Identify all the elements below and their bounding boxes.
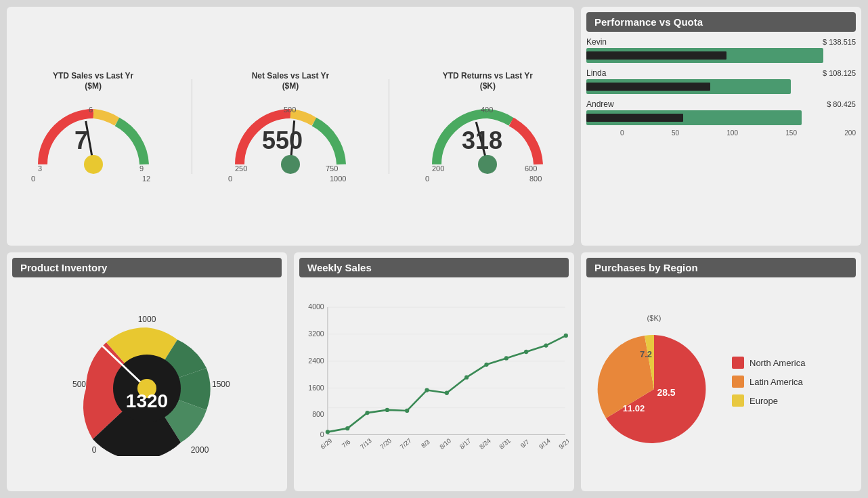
perf-axis-0: 0 xyxy=(620,129,624,137)
svg-text:8/17: 8/17 xyxy=(458,436,472,450)
perf-axis-50: 50 xyxy=(672,129,679,137)
legend-label-europe: Europe xyxy=(750,396,778,406)
svg-text:400: 400 xyxy=(481,106,493,114)
svg-text:7: 7 xyxy=(74,127,88,154)
svg-text:800: 800 xyxy=(529,175,542,181)
perf-bars-kevin xyxy=(586,48,856,63)
ytd-returns-gauge: YTD Returns vs Last Yr($K) 200 600 400 0… xyxy=(420,71,555,181)
legend-europe: Europe xyxy=(732,394,856,407)
legend-color-europe xyxy=(732,394,744,407)
svg-text:1320: 1320 xyxy=(126,390,168,411)
inventory-title: Product Inventory xyxy=(12,258,282,277)
legend-label-north-america: North America xyxy=(750,358,805,368)
svg-text:7/6: 7/6 xyxy=(340,438,351,449)
legend-north-america: North America xyxy=(732,357,856,369)
svg-text:8/3: 8/3 xyxy=(420,438,431,449)
perf-row-linda: Linda $ 108.125 xyxy=(586,68,856,94)
weekly-sales-svg: 4000 3200 2400 1600 800 0 xyxy=(299,283,569,480)
svg-text:2000: 2000 xyxy=(191,445,209,455)
svg-text:6: 6 xyxy=(89,106,93,114)
svg-text:9/7: 9/7 xyxy=(519,438,530,449)
performance-title: Performance vs Quota xyxy=(586,12,856,32)
svg-text:9: 9 xyxy=(139,164,144,173)
svg-text:8/31: 8/31 xyxy=(498,436,512,450)
perf-bars-andrew xyxy=(586,110,856,125)
net-sales-svg: 250 750 500 0 1000 550 xyxy=(223,93,358,181)
purchases-title: Purchases by Region xyxy=(586,258,856,277)
svg-text:0: 0 xyxy=(228,175,232,181)
purchases-card: Purchases by Region ($K) xyxy=(581,252,861,491)
svg-point-17 xyxy=(478,155,497,174)
svg-text:800: 800 xyxy=(312,411,324,418)
svg-point-46 xyxy=(326,430,330,434)
perf-bar-actual-linda xyxy=(586,83,710,91)
svg-text:550: 550 xyxy=(262,127,303,154)
inventory-card: Product Inventory xyxy=(7,252,287,491)
svg-text:7/20: 7/20 xyxy=(378,436,393,450)
weekly-sales-title: Weekly Sales xyxy=(299,258,569,277)
perf-row-andrew: Andrew $ 80.425 xyxy=(586,99,856,125)
weekly-sales-card: Weekly Sales 4000 3200 2400 1600 800 0 xyxy=(294,252,574,491)
svg-text:9/14: 9/14 xyxy=(538,436,552,450)
ytd-sales-title: YTD Sales vs Last Yr($M) xyxy=(53,71,133,91)
perf-axis-150: 150 xyxy=(785,129,797,137)
svg-text:11.02: 11.02 xyxy=(623,403,645,413)
purchases-content: ($K) 28.5 11.02 7.2 xyxy=(586,283,856,480)
perf-amount-linda: $ 108.125 xyxy=(823,69,856,77)
svg-point-55 xyxy=(504,356,508,360)
svg-text:3200: 3200 xyxy=(308,330,324,338)
svg-point-54 xyxy=(484,363,488,367)
svg-text:6/29: 6/29 xyxy=(319,436,333,450)
purchases-legend: North America Latin America Europe xyxy=(722,357,856,407)
perf-bar-actual-andrew xyxy=(586,114,683,122)
svg-text:750: 750 xyxy=(326,164,338,173)
svg-point-48 xyxy=(365,411,369,415)
svg-text:1500: 1500 xyxy=(212,380,230,389)
svg-text:1600: 1600 xyxy=(308,384,324,392)
svg-text:7/13: 7/13 xyxy=(359,436,373,450)
svg-text:4000: 4000 xyxy=(308,303,324,311)
svg-text:318: 318 xyxy=(462,127,502,154)
perf-amount-kevin: $ 138.515 xyxy=(823,38,856,46)
svg-point-1 xyxy=(84,155,103,174)
net-sales-gauge: Net Sales vs Last Yr($M) 250 750 500 0 1… xyxy=(223,71,358,181)
svg-text:200: 200 xyxy=(432,164,444,173)
perf-name-andrew: Andrew xyxy=(586,99,620,109)
svg-text:0: 0 xyxy=(425,175,429,181)
svg-text:0: 0 xyxy=(92,445,97,455)
svg-point-57 xyxy=(544,343,548,347)
svg-text:8/24: 8/24 xyxy=(478,436,492,450)
legend-color-latin-america xyxy=(732,376,744,388)
perf-name-kevin: Kevin xyxy=(586,37,620,47)
perf-bar-actual-kevin xyxy=(586,51,726,60)
perf-axis: 0 50 100 150 200 xyxy=(586,129,856,137)
svg-text:500: 500 xyxy=(284,106,296,114)
pie-chart-container: ($K) 28.5 11.02 7.2 xyxy=(586,314,722,449)
divider2 xyxy=(389,79,389,174)
perf-axis-200: 200 xyxy=(844,129,856,137)
ytd-sales-svg: 3 9 6 0 12 7 xyxy=(26,93,161,181)
weekly-sales-content: 4000 3200 2400 1600 800 0 xyxy=(299,283,569,480)
svg-text:1000: 1000 xyxy=(330,175,346,181)
svg-text:8/10: 8/10 xyxy=(438,436,452,450)
svg-text:250: 250 xyxy=(235,164,247,173)
svg-point-56 xyxy=(524,350,528,354)
dashboard: YTD Sales vs Last Yr($M) 3 9 6 0 12 xyxy=(7,7,861,491)
svg-text:500: 500 xyxy=(72,380,86,389)
svg-point-58 xyxy=(564,334,568,338)
ytd-returns-svg: 200 600 400 0 800 318 xyxy=(420,93,555,181)
svg-text:7.2: 7.2 xyxy=(640,349,652,359)
svg-text:2400: 2400 xyxy=(308,357,324,365)
legend-label-latin-america: Latin America xyxy=(750,377,803,387)
svg-point-9 xyxy=(281,155,300,174)
svg-point-47 xyxy=(345,426,349,430)
ytd-returns-title: YTD Returns vs Last Yr($K) xyxy=(443,71,533,91)
perf-row-kevin: Kevin $ 138.515 xyxy=(586,37,856,63)
perf-bars-linda xyxy=(586,79,856,94)
svg-text:1000: 1000 xyxy=(138,315,156,324)
svg-text:3: 3 xyxy=(38,164,42,173)
svg-point-53 xyxy=(464,376,469,380)
net-sales-title: Net Sales vs Last Yr($M) xyxy=(252,71,330,91)
svg-text:9/21: 9/21 xyxy=(557,436,569,450)
svg-point-49 xyxy=(385,408,389,412)
